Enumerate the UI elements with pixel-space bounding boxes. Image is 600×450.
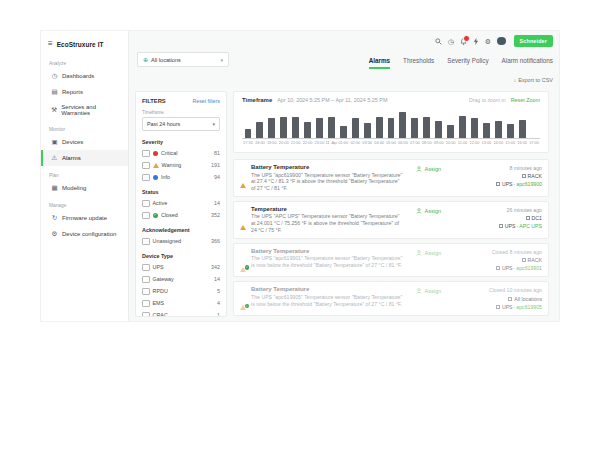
filter-option-crac[interactable]: CRAC 1 [142,312,220,318]
assign-button[interactable]: Assign [416,166,441,172]
tab-alarms[interactable]: Alarms [369,57,390,69]
alarm-card[interactable]: Battery Temperature The UPS "apc619905" … [233,281,549,316]
filter-option-critical[interactable]: Critical 81 [142,150,220,158]
assign-button[interactable]: Assign [416,288,441,294]
menu-icon[interactable]: ≡ [48,40,53,48]
filter-option-count: 1 [217,312,220,317]
alarm-location[interactable]: RACK [496,172,542,180]
filter-option-count: 342 [211,264,220,270]
device-link[interactable]: apc619901 [516,265,542,271]
alarm-card[interactable]: Temperature The UPS "APC UPS" Temperatur… [233,201,549,239]
feedback-icon[interactable] [473,38,479,45]
filter-option-ups[interactable]: UPS 342 [142,264,220,272]
sidebar-item-alarms[interactable]: ⚠ Alarms [41,150,128,166]
location-selector[interactable]: ⊕ All locations ▾ [137,52,229,67]
chart-title: Timeframe [242,97,272,103]
axis-tick-label: 04:00 [374,140,384,145]
checkbox-closed[interactable] [142,212,150,220]
bar-column: 18:00 [254,107,266,138]
user-avatar[interactable] [497,37,506,46]
alarm-location[interactable]: All locations [489,295,542,303]
tab-alarm-notifications[interactable]: Alarm notifications [502,57,553,69]
bar-column: 21:00 [290,107,302,138]
filter-option-count: 14 [214,200,220,206]
sidebar-item-device-configuration[interactable]: ⚙ Device configuration [41,226,128,242]
bar-column: 04:00 [373,107,385,138]
axis-tick-label: 16:00 [517,140,527,145]
filter-option-label: Warning [162,162,182,168]
reset-filters-link[interactable]: Reset filters [193,98,220,104]
checkbox-critical[interactable] [142,150,150,158]
export-csv-label: Export to CSV [518,77,553,83]
alarm-title: Battery Temperature [251,248,403,254]
sidebar-item-devices[interactable]: ▣ Devices [41,134,128,150]
notifications-icon[interactable] [460,38,467,45]
device-icon [496,305,500,309]
axis-tick-label: 22:00 [303,140,313,145]
axis-tick-label: 19:00 [267,140,277,145]
device-link[interactable]: apc619905 [516,304,542,310]
globe-icon: ⊕ [143,56,148,63]
reset-zoom-link[interactable]: Reset Zoom [511,97,540,103]
settings-icon[interactable]: ⚙ [485,38,491,45]
checkbox-rpdu[interactable] [142,288,150,296]
device-link[interactable]: APC UPS [519,223,542,229]
filter-option-count: 14 [214,276,220,282]
filter-option-label: Closed [161,212,178,218]
checkbox-ups[interactable] [142,264,150,272]
location-icon [526,216,530,220]
sidebar-item-dashboards[interactable]: ◷ Dashboards [41,68,128,84]
filter-option-count: 4 [217,300,220,306]
firmware-icon: ↻ [51,214,58,222]
checkbox-unassigned[interactable] [142,238,150,246]
sidebar-item-label: Services and Warranties [61,104,120,116]
assign-button[interactable]: Assign [416,250,441,256]
chevron-down-icon: ▾ [212,121,215,127]
config-icon: ⚙ [51,230,58,238]
sidebar-item-reports[interactable]: ▤ Reports [41,84,128,100]
filter-option-warning[interactable]: Warning 191 [142,162,220,170]
sidebar-item-label: Device configuration [62,231,116,237]
alarm-location[interactable]: RACK [492,256,542,264]
checkbox-gateway[interactable] [142,276,150,284]
tab-thresholds[interactable]: Thresholds [403,57,434,69]
timeframe-select[interactable]: Past 24 hours ▾ [142,117,220,131]
alarm-card[interactable]: Battery Temperature The UPS "apc619901" … [233,243,549,278]
main-area: ◷ ⚙ Schneider ⊕ All locations ▾ Alarms T… [129,31,559,321]
sidebar-item-firmware-update[interactable]: ↻ Firmware update [41,210,128,226]
checkbox-warning[interactable] [142,162,150,170]
filter-option-ems[interactable]: EMS 4 [142,300,220,308]
checkbox-crac[interactable] [142,312,150,318]
checkbox-active[interactable] [142,200,150,208]
search-icon[interactable] [435,38,442,45]
axis-tick-label: 17:30 [243,140,253,145]
checkbox-ems[interactable] [142,300,150,308]
bar-column: 01:00 [337,107,349,138]
axis-tick-label: 11. Apr [325,140,337,145]
drag-to-zoom-hint: Drag to zoom in [469,97,506,103]
filter-option-info[interactable]: Info 94 [142,174,220,182]
filter-option-unassigned[interactable]: Unassigned 366 [142,238,220,246]
schneider-logo[interactable]: Schneider [514,35,553,47]
sidebar-item-services[interactable]: ⚒ Services and Warranties [41,100,128,120]
filter-option-label: CRAC [153,312,168,317]
filters-title: FILTERS [142,98,166,104]
tab-severity-policy[interactable]: Severity Policy [447,57,488,69]
checkbox-info[interactable] [142,174,150,182]
history-icon[interactable]: ◷ [448,38,454,45]
alarm-location[interactable]: DC1 [499,214,542,222]
bar-column: 12:00 [469,107,481,138]
sidebar-item-label: Alarms [62,155,81,161]
filter-option-active[interactable]: Active 14 [142,200,220,208]
filter-option-closed[interactable]: Closed 352 [142,212,220,220]
assign-button[interactable]: Assign [416,208,441,214]
sidebar-item-modeling[interactable]: ▦ Modeling [41,180,128,196]
bar-chart[interactable]: 17:3018:0019:0020:0021:0022:0023:0011. A… [242,107,540,139]
device-link[interactable]: apc619900 [516,181,542,187]
person-icon [416,250,422,256]
filter-option-rpdu[interactable]: RPDU 5 [142,288,220,296]
filter-option-count: 191 [211,162,220,168]
filter-option-gateway[interactable]: Gateway 14 [142,276,220,284]
alarm-card[interactable]: Battery Temperature The UPS "apc619900" … [233,159,549,197]
export-csv-button[interactable]: ↓ Export to CSV [513,77,553,83]
